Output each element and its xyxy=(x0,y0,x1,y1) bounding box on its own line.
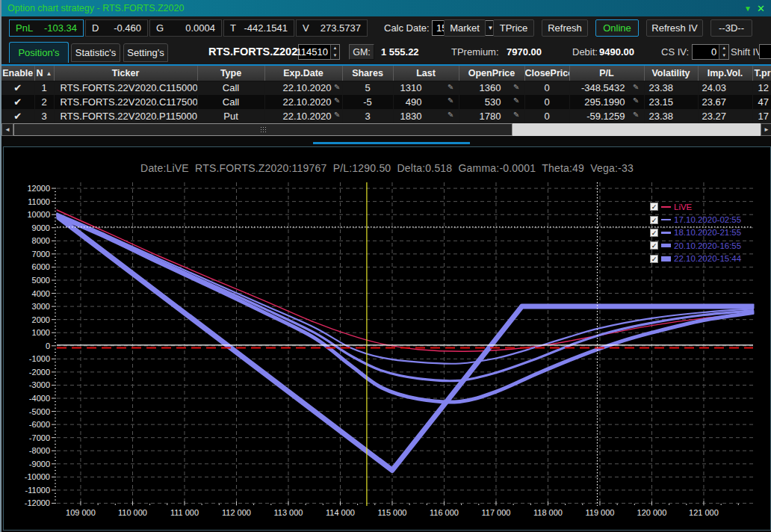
tpremium-value: 7970.00 xyxy=(507,46,542,58)
col-volatility[interactable]: Volatility xyxy=(644,66,698,81)
window-title: Option chart strategy - RTS.FORTS.Z2020 xyxy=(1,3,184,13)
spinner-up-icon[interactable]: ▲ xyxy=(719,45,728,52)
col-last[interactable]: Last xyxy=(393,66,459,81)
legend-item[interactable]: ✓17.10.2020-02:55 xyxy=(650,213,741,226)
svg-text:121 000: 121 000 xyxy=(689,508,719,517)
pl-chart[interactable]: -12000-11000-10000-9000-8000-7000-6000-5… xyxy=(3,146,771,531)
spinner-down-icon[interactable]: ▼ xyxy=(719,52,728,60)
scrollbar-track-rest[interactable] xyxy=(513,123,761,136)
enable-check-icon[interactable]: ✔ xyxy=(1,95,34,109)
price-spinner-value[interactable]: 114510 xyxy=(299,45,330,59)
col-exp-date[interactable]: Exp.Date xyxy=(264,66,342,81)
col-tprice[interactable]: T.pr xyxy=(752,66,771,81)
svg-text:-10000: -10000 xyxy=(25,472,50,481)
series-LiVE xyxy=(57,210,753,351)
svg-text:-12000: -12000 xyxy=(25,498,50,507)
legend-checkbox[interactable]: ✓ xyxy=(650,255,658,263)
pnl-value: -103.34 xyxy=(44,22,77,34)
ticker-cell: RTS.FORTS.22V2020.C115000 xyxy=(54,81,197,95)
legend-checkbox[interactable]: ✓ xyxy=(650,241,658,250)
enable-check-icon[interactable]: ✔ xyxy=(1,109,34,123)
svg-text:6000: 6000 xyxy=(32,262,50,271)
col-imp-vol[interactable]: Imp.Vol. xyxy=(698,66,752,81)
legend-label: 17.10.2020-02:55 xyxy=(674,215,741,224)
edit-pencil-icon[interactable]: ✎ xyxy=(633,96,639,105)
table-row[interactable]: ✔ 1 RTS.FORTS.22V2020.C115000 Call 22.10… xyxy=(1,81,771,95)
col-shares[interactable]: Shares xyxy=(342,66,393,81)
col-enable[interactable]: Enable xyxy=(1,66,34,81)
splitter[interactable] xyxy=(1,136,771,146)
col-open-price[interactable]: OpenPrice xyxy=(459,66,524,81)
table-row[interactable]: ✔ 3 RTS.FORTS.22V2020.P115000 Put 22.10.… xyxy=(1,109,771,123)
cs-iv-value[interactable]: 0 xyxy=(693,45,719,59)
scroll-right-icon[interactable]: ► xyxy=(761,123,771,136)
gm-label: GM: xyxy=(349,44,374,60)
enable-check-icon[interactable]: ✔ xyxy=(1,81,34,95)
legend-checkbox[interactable]: ✓ xyxy=(650,229,658,237)
table-row[interactable]: ✔ 2 RTS.FORTS.22V2020.C117500 Call 22.10… xyxy=(1,95,771,109)
edit-pencil-icon[interactable]: ✎ xyxy=(334,111,340,119)
edit-pencil-icon[interactable]: ✎ xyxy=(513,96,519,105)
cs-iv-label: CS IV: xyxy=(661,46,689,58)
legend-checkbox[interactable]: ✓ xyxy=(650,202,658,211)
scrollbar-track[interactable] xyxy=(13,123,761,136)
refresh-iv-button[interactable]: Refresh IV xyxy=(646,19,703,37)
edit-pencil-icon[interactable]: ✎ xyxy=(448,96,453,105)
theta-panel: T -442.1541 xyxy=(223,19,294,37)
scrollbar-thumb[interactable] xyxy=(13,123,513,136)
legend-checkbox[interactable]: ✓ xyxy=(650,216,658,224)
edit-pencil-icon[interactable]: ✎ xyxy=(633,111,639,119)
legend-line-sample xyxy=(661,256,671,262)
svg-text:2000: 2000 xyxy=(32,315,50,324)
edit-pencil-icon[interactable]: ✎ xyxy=(633,83,639,91)
legend-item[interactable]: ✓18.10.2020-21:55 xyxy=(650,226,741,239)
svg-text:8000: 8000 xyxy=(32,236,50,245)
horizontal-scrollbar[interactable]: ◄ ► xyxy=(1,123,771,136)
threed-button[interactable]: --3D-- xyxy=(710,19,752,37)
online-button[interactable]: Online xyxy=(595,19,639,37)
tprice-button[interactable]: TPrice xyxy=(493,19,534,37)
spinner-up-icon[interactable]: ▲ xyxy=(331,45,339,52)
close-icon[interactable]: ✕ xyxy=(757,0,765,16)
col-n[interactable]: N▲ xyxy=(34,66,54,81)
edit-pencil-icon[interactable]: ✎ xyxy=(334,83,340,91)
tab-positions[interactable]: Position's xyxy=(9,42,69,63)
splitter-handle[interactable] xyxy=(313,142,470,144)
minimize-icon[interactable]: ▼ xyxy=(744,0,752,16)
svg-text:113 000: 113 000 xyxy=(273,508,303,517)
svg-text:1000: 1000 xyxy=(32,328,50,337)
symbol-label: RTS.FORTS.Z2020 xyxy=(208,46,303,58)
edit-pencil-icon[interactable]: ✎ xyxy=(334,96,340,105)
scroll-left-icon[interactable]: ◄ xyxy=(1,123,13,136)
legend-item[interactable]: ✓LiVE xyxy=(650,200,741,213)
svg-text:-1000: -1000 xyxy=(29,354,50,363)
edit-pencil-icon[interactable]: ✎ xyxy=(448,83,453,91)
market-button[interactable]: Market xyxy=(444,19,486,37)
col-close-price[interactable]: ClosePrice xyxy=(524,66,569,81)
tpremium-label: TPremium: xyxy=(451,46,499,58)
edit-pencil-icon[interactable]: ✎ xyxy=(513,111,519,119)
tab-statistics[interactable]: Statistic's xyxy=(71,43,120,62)
svg-text:-4000: -4000 xyxy=(29,394,50,403)
sort-asc-icon: ▲ xyxy=(46,70,52,77)
svg-text:117 000: 117 000 xyxy=(481,508,510,517)
col-type[interactable]: Type xyxy=(197,66,264,81)
refresh-button[interactable]: Refresh xyxy=(542,19,588,37)
svg-text:-7000: -7000 xyxy=(29,433,50,442)
legend-item[interactable]: ✓22.10.2020-15:44 xyxy=(650,253,741,265)
price-spinner[interactable]: 114510 ▲ ▼ xyxy=(298,44,340,60)
spinner-down-icon[interactable]: ▼ xyxy=(331,52,339,60)
title-bar[interactable]: Option chart strategy - RTS.FORTS.Z2020 … xyxy=(1,0,771,16)
cs-iv-spinner[interactable]: 0 ▲ ▼ xyxy=(692,44,729,60)
edit-pencil-icon[interactable]: ✎ xyxy=(513,83,519,91)
series-20.10.2020-16:55 xyxy=(57,216,753,402)
svg-text:-2000: -2000 xyxy=(29,368,50,377)
svg-text:-11000: -11000 xyxy=(25,486,50,495)
shift-iv-field[interactable] xyxy=(759,44,771,59)
col-pl[interactable]: P/L xyxy=(569,66,644,81)
col-ticker[interactable]: Ticker xyxy=(54,66,197,81)
legend-item[interactable]: ✓20.10.2020-16:55 xyxy=(650,239,741,252)
edit-pencil-icon[interactable]: ✎ xyxy=(448,111,453,119)
tab-settings[interactable]: Setting's xyxy=(123,43,168,62)
ticker-cell: RTS.FORTS.22V2020.C117500 xyxy=(54,95,197,109)
